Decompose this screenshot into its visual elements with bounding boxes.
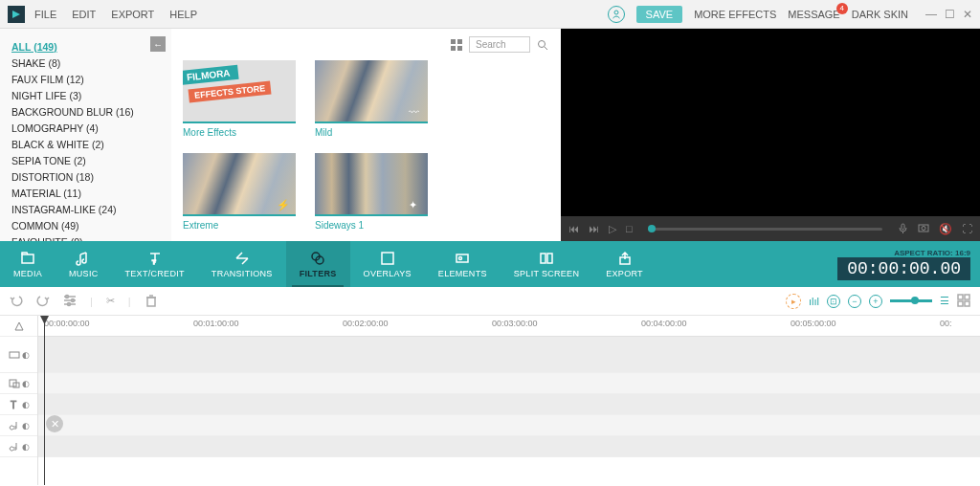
search-input[interactable]: Search (469, 36, 530, 53)
pip-track[interactable] (38, 373, 980, 394)
tab-overlays[interactable]: OVERLAYS (350, 241, 425, 287)
tab-filters[interactable]: FILTERS (286, 241, 350, 287)
preview-panel: ⏮ ⏭ ▷ □ 🔇 ⛶ (561, 29, 980, 241)
tab-label: MEDIA (13, 269, 42, 278)
timeline: ◐ ◐ T◐ ◐ ◐ 00:00:00:0000:01:00:0000:02:0… (0, 316, 980, 485)
svg-rect-31 (958, 295, 963, 299)
sidebar-item-8[interactable]: DISTORTION (18) (8, 168, 164, 185)
sidebar-item-0[interactable]: ALL (149) (8, 38, 164, 55)
grid-view2-icon[interactable] (957, 294, 970, 309)
sidebar-item-4[interactable]: BACKGROUND BLUR (16) (8, 103, 164, 120)
tab-media[interactable]: MEDIA (0, 241, 56, 287)
prev-icon[interactable]: ⏭ (589, 223, 599, 234)
minimize-icon[interactable]: — (925, 8, 937, 21)
text-track-head[interactable]: T◐ (0, 394, 37, 415)
ruler-head (0, 316, 37, 337)
audio1-track[interactable] (38, 415, 980, 436)
user-icon[interactable] (608, 6, 625, 23)
audio2-track-head[interactable]: ◐ (0, 436, 37, 457)
ruler-tick: 00:02:00:00 (343, 319, 389, 328)
pip-track-head[interactable]: ◐ (0, 373, 37, 394)
clip-delete-icon[interactable]: ✕ (46, 415, 63, 432)
timeline-ruler[interactable]: 00:00:00:0000:01:00:0000:02:00:0000:03:0… (38, 316, 980, 337)
filter-icon (310, 250, 325, 267)
message-link[interactable]: MESSAGE 4 (788, 9, 839, 20)
thumb-label: Sideways 1 (315, 220, 428, 231)
tab-text-credit[interactable]: TTEXT/CREDIT (112, 241, 198, 287)
settings-icon[interactable] (63, 294, 77, 309)
audio2-track[interactable] (38, 436, 980, 457)
menu-help[interactable]: HELP (169, 9, 197, 20)
delete-icon[interactable] (145, 294, 158, 309)
playhead[interactable] (44, 316, 45, 485)
undo-icon[interactable] (10, 294, 23, 309)
tab-label: TRANSITIONS (212, 269, 273, 278)
tab-label: MUSIC (69, 269, 99, 278)
menu-export[interactable]: EXPORT (111, 9, 154, 20)
video-track[interactable] (38, 337, 980, 373)
aspect-ratio-label: ASPECT RATIO: 16:9 (894, 249, 970, 257)
sidebar-item-9[interactable]: MATERIAL (11) (8, 185, 164, 201)
cut-icon[interactable]: ✂ (106, 295, 115, 307)
sidebar-item-3[interactable]: NIGHT LIFE (3) (8, 87, 164, 103)
sidebar-item-10[interactable]: INSTAGRAM-LIKE (24) (8, 201, 164, 217)
sidebar-item-1[interactable]: SHAKE (8) (8, 55, 164, 71)
fullscreen-icon[interactable]: ⛶ (962, 223, 972, 234)
sidebar-collapse-icon[interactable]: ← (150, 36, 166, 52)
close-icon[interactable]: ✕ (963, 8, 972, 21)
marker-icon[interactable]: ılıl (809, 296, 819, 307)
svg-point-0 (614, 11, 618, 14)
play-icon[interactable]: ▷ (609, 223, 616, 235)
sidebar-item-2[interactable]: FAUX FILM (12) (8, 71, 164, 87)
zoom-in-icon[interactable]: + (869, 295, 882, 308)
folder-icon (20, 250, 35, 267)
svg-rect-10 (22, 254, 33, 263)
preview-progress[interactable] (648, 228, 882, 231)
video-track-head[interactable]: ◐ (0, 337, 37, 373)
tab-music[interactable]: MUSIC (56, 241, 112, 287)
mic-icon[interactable] (898, 223, 908, 235)
effect-thumb-sideways-1[interactable]: ✦Sideways 1 (315, 153, 428, 231)
maximize-icon[interactable]: ☐ (945, 8, 955, 21)
sidebar-item-12[interactable]: FAVOURITE (0) (8, 233, 164, 241)
volume-icon[interactable]: 🔇 (939, 223, 952, 235)
svg-rect-4 (457, 46, 462, 51)
prev-frame-icon[interactable]: ⏮ (568, 223, 579, 234)
tab-label: FILTERS (300, 269, 337, 278)
grid-view-icon[interactable] (450, 38, 463, 52)
menu-file[interactable]: FILE (34, 9, 56, 20)
zoom-slider[interactable] (890, 299, 932, 302)
sidebar-item-5[interactable]: LOMOGRAPHY (4) (8, 120, 164, 136)
redo-icon[interactable] (36, 294, 50, 309)
svg-line-6 (545, 47, 547, 50)
zoom-fit-icon[interactable]: ⊡ (827, 295, 840, 308)
snapshot-icon[interactable] (918, 223, 929, 234)
svg-rect-16 (382, 253, 393, 264)
tab-transitions[interactable]: TRANSITIONS (198, 241, 286, 287)
effect-thumb-more-effects[interactable]: FILMORAEFFECTS STOREMore Effects (183, 60, 296, 138)
render-icon[interactable]: ▸ (786, 294, 801, 309)
tab-label: OVERLAYS (364, 269, 412, 278)
preview-controls: ⏮ ⏭ ▷ □ 🔇 ⛶ (561, 216, 980, 241)
effect-thumb-mild[interactable]: 〰Mild (315, 60, 428, 138)
dark-skin-link[interactable]: DARK SKIN (852, 9, 908, 20)
save-button[interactable]: SAVE (636, 6, 683, 23)
tab-elements[interactable]: ELEMENTS (425, 241, 501, 287)
search-icon[interactable] (536, 38, 549, 52)
zoom-out-icon[interactable]: − (848, 295, 861, 308)
tab-export[interactable]: EXPORT (592, 241, 657, 287)
effect-browser: Search FILMORAEFFECTS STOREMore Effects〰… (171, 29, 561, 241)
effect-thumb-extreme[interactable]: ⚡Extreme (183, 153, 296, 231)
text-track[interactable] (38, 394, 980, 415)
sidebar-item-11[interactable]: COMMON (49) (8, 217, 164, 233)
sidebar-item-7[interactable]: SEPIA TONE (2) (8, 152, 164, 168)
stop-icon[interactable]: □ (626, 223, 633, 234)
tab-split-screen[interactable]: SPLIT SCREEN (501, 241, 592, 287)
more-effects-link[interactable]: MORE EFFECTS (694, 9, 776, 20)
svg-rect-28 (147, 298, 155, 306)
menu-edit[interactable]: EDIT (72, 9, 96, 20)
audio1-track-head[interactable]: ◐ (0, 415, 37, 436)
sidebar-item-6[interactable]: BLACK & WHITE (2) (8, 136, 164, 152)
list-view-icon[interactable]: ☰ (940, 295, 949, 307)
preview-canvas[interactable] (561, 29, 980, 216)
